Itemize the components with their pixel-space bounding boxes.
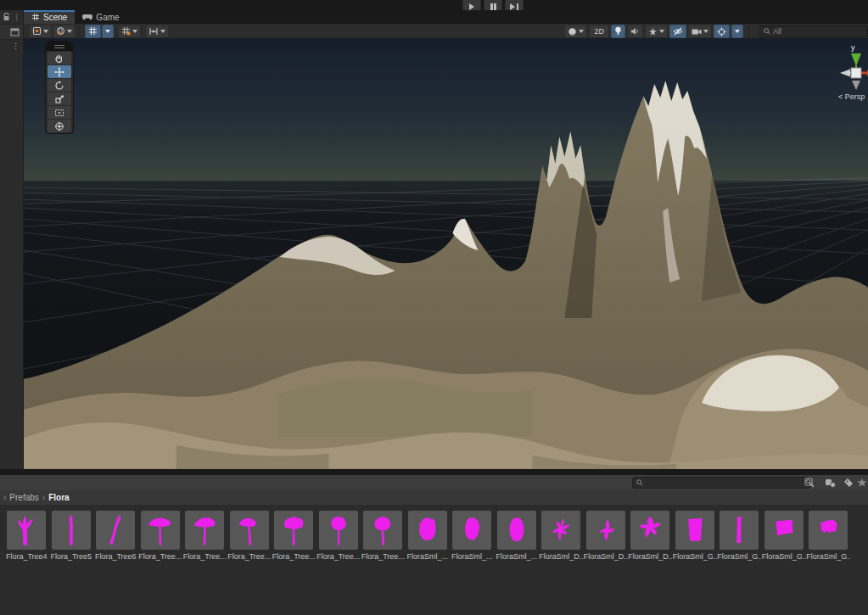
- asset-item[interactable]: FloraSml_G...: [806, 511, 851, 615]
- grass-clump-icon: [675, 511, 714, 550]
- chevron-down-icon: [105, 30, 110, 33]
- tree-umbrella2-icon: [185, 511, 224, 550]
- project-panel: › Prefabs › Flora Flora_Tree4Flora_Tree5…: [0, 469, 868, 615]
- overlay-menu-icon[interactable]: ⋮: [12, 42, 20, 50]
- asset-item[interactable]: Flora_Tree...: [361, 511, 406, 615]
- search-by-favorites-button[interactable]: [855, 477, 868, 489]
- tree-trunk-icon: [52, 511, 91, 550]
- grass-quad-icon: [764, 511, 804, 550]
- asset-item[interactable]: Flora_Tree...: [182, 511, 227, 615]
- asset-item[interactable]: FloraSml_...: [495, 511, 540, 615]
- lighting-toggle-button[interactable]: [611, 25, 625, 38]
- pause-button[interactable]: [484, 0, 502, 10]
- asset-label: FloraSml_...: [496, 552, 537, 561]
- asset-item[interactable]: Flora_Tree...: [138, 511, 183, 615]
- tools-overlay: [45, 41, 74, 134]
- tree-round-icon: [319, 511, 358, 550]
- snap-increment-icon: [148, 27, 159, 36]
- tool-handle-position-button[interactable]: [29, 25, 52, 38]
- gizmo-center-cube[interactable]: [851, 68, 861, 78]
- transform-icon: [54, 121, 64, 131]
- scene-visibility-button[interactable]: [669, 25, 686, 38]
- panel-menu-icon[interactable]: ⋮: [13, 14, 20, 21]
- asset-label: Flora_Tree4: [6, 552, 48, 561]
- tab-scene-label: Scene: [43, 13, 67, 22]
- asset-item[interactable]: Flora_Tree...: [272, 511, 316, 615]
- scale-tool[interactable]: [48, 92, 71, 105]
- maximize-icon[interactable]: [10, 28, 20, 36]
- asset-item[interactable]: FloraSml_G...: [717, 511, 762, 615]
- audio-toggle-button[interactable]: [627, 25, 643, 38]
- asset-item[interactable]: FloraSml_G...: [673, 511, 718, 615]
- play-button[interactable]: [462, 0, 481, 10]
- search-by-label-button[interactable]: [842, 477, 855, 489]
- camera-settings-button[interactable]: [688, 25, 712, 38]
- 2d-toggle-button[interactable]: 2D: [589, 25, 609, 38]
- gizmo-y-axis-cone[interactable]: [851, 53, 861, 66]
- snap-increment-button[interactable]: [145, 25, 169, 38]
- asset-item[interactable]: FloraSml_D...: [628, 511, 673, 615]
- asset-item[interactable]: Flora_Tree4: [4, 511, 49, 615]
- breadcrumb-prefabs[interactable]: Prefabs: [9, 493, 38, 502]
- tab-scene[interactable]: Scene: [24, 10, 75, 24]
- gizmo-projection-label[interactable]: < Persp: [838, 92, 865, 101]
- packages-visibility-button[interactable]: [823, 477, 837, 489]
- leaf-branched-icon: [630, 511, 669, 550]
- search-icon: [636, 479, 643, 486]
- toolbar-separator: [80, 26, 81, 36]
- lightbulb-icon: [614, 26, 622, 36]
- asset-label: Flora_Tree...: [316, 552, 360, 561]
- gizmo-z-axis-cone[interactable]: [840, 70, 850, 77]
- scene-search-filter-label: All: [773, 27, 781, 36]
- lock-icon[interactable]: [3, 13, 10, 21]
- breadcrumb-separator: ›: [3, 493, 6, 502]
- tag-icon: [843, 478, 854, 488]
- open-search-window-button[interactable]: [803, 477, 816, 489]
- asset-item[interactable]: FloraSml_G...: [762, 511, 807, 615]
- effects-button[interactable]: [645, 25, 668, 38]
- shading-mode-button[interactable]: [564, 25, 587, 38]
- asset-item[interactable]: FloraSml_D...: [539, 511, 584, 615]
- scene-orientation-gizmo[interactable]: [830, 45, 868, 94]
- rect-tool[interactable]: [48, 106, 71, 119]
- move-tool[interactable]: [48, 65, 71, 78]
- step-icon: [510, 3, 518, 10]
- asset-item[interactable]: Flora_Tree...: [316, 511, 361, 615]
- transform-tool[interactable]: [48, 120, 71, 132]
- asset-label: Flora_Tree...: [227, 552, 271, 561]
- gizmos-icon: [717, 27, 726, 36]
- grid-snapping-button[interactable]: [85, 25, 101, 38]
- pause-icon: [489, 3, 497, 10]
- scene-viewport[interactable]: y < Persp: [24, 38, 868, 469]
- tab-game[interactable]: Game: [75, 10, 126, 24]
- asset-label: Flora_Tree...: [183, 552, 227, 561]
- project-search-field[interactable]: [632, 477, 810, 489]
- bush-oval-icon: [497, 511, 536, 550]
- grid-visual-button[interactable]: [118, 25, 141, 38]
- asset-label: Flora_Tree6: [95, 552, 137, 561]
- asset-label: Flora_Tree...: [272, 552, 316, 561]
- asset-label: FloraSml_G...: [673, 552, 717, 561]
- scene-search-field[interactable]: All: [759, 25, 868, 37]
- asset-item[interactable]: Flora_Tree...: [227, 511, 272, 615]
- gizmos-toggle-button[interactable]: [714, 25, 730, 38]
- asset-item[interactable]: Flora_Tree5: [49, 511, 94, 615]
- gizmo-down-cone[interactable]: [852, 81, 860, 90]
- chevron-down-icon: [735, 30, 740, 33]
- asset-item[interactable]: FloraSml_D...: [584, 511, 629, 615]
- fern-icon: [541, 511, 580, 550]
- tool-handle-rotation-button[interactable]: [53, 25, 76, 38]
- grid-snapping-dropdown[interactable]: [102, 25, 114, 38]
- audio-speaker-icon: [630, 27, 640, 36]
- project-search-input[interactable]: [646, 478, 806, 487]
- move-icon: [54, 67, 64, 77]
- asset-item[interactable]: FloraSml_...: [450, 511, 495, 615]
- overlay-drag-handle[interactable]: [46, 42, 73, 51]
- asset-item[interactable]: Flora_Tree6: [93, 511, 138, 615]
- view-hand-tool[interactable]: [48, 52, 71, 64]
- asset-item[interactable]: FloraSml_...: [406, 511, 451, 615]
- breadcrumb-flora: Flora: [48, 493, 69, 502]
- gizmos-dropdown[interactable]: [731, 25, 743, 38]
- rotate-tool[interactable]: [48, 79, 71, 92]
- step-button[interactable]: [505, 0, 524, 10]
